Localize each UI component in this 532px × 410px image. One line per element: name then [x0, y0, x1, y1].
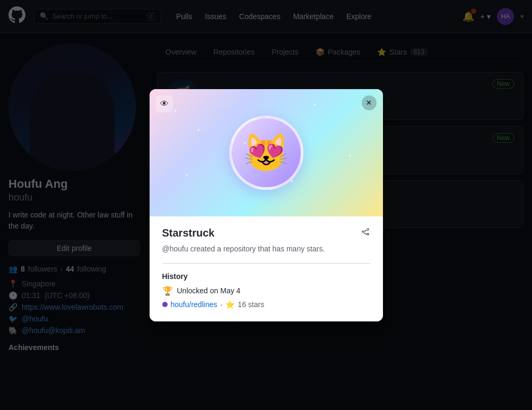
modal-history-unlock: 🏆 Unlocked on May 4 [162, 286, 370, 296]
achievement-modal: ✦ ✦ ✦ ✦ ✦ ✦ ✦ ✦ 👁 😻 × Starstruck [150, 89, 383, 321]
modal-title-row: Starstruck [162, 227, 370, 239]
repo-star-icon: · [220, 300, 222, 309]
modal-share-button[interactable] [361, 227, 370, 239]
modal-divider [162, 263, 370, 264]
eye-icon: 👁 [160, 99, 169, 109]
modal-close-button[interactable]: × [362, 95, 377, 110]
modal-overlay[interactable]: ✦ ✦ ✦ ✦ ✦ ✦ ✦ ✦ 👁 😻 × Starstruck [0, 0, 532, 410]
modal-badge-emoji: 😻 [243, 131, 289, 175]
modal-repo-item: houfu/redlines · ⭐ 16 stars [162, 300, 370, 309]
star-icon: ⭐ [225, 300, 234, 309]
modal-eye-button[interactable]: 👁 [156, 95, 173, 112]
repo-stars-count: 16 stars [238, 300, 264, 309]
modal-history-heading: History [162, 272, 370, 281]
modal-badge-circle: 😻 [229, 116, 303, 190]
trophy-icon: 🏆 [162, 286, 173, 296]
history-date-text: Unlocked on May 4 [177, 286, 241, 295]
modal-title: Starstruck [162, 227, 215, 239]
modal-description: @houfu created a repository that has man… [162, 243, 370, 255]
close-icon: × [367, 98, 371, 108]
modal-gradient-header: ✦ ✦ ✦ ✦ ✦ ✦ ✦ ✦ 👁 😻 × [150, 89, 383, 216]
repo-link[interactable]: houfu/redlines [171, 300, 217, 309]
modal-body: Starstruck @houfu created a repository t… [150, 216, 383, 321]
repo-dot-icon [162, 302, 168, 307]
